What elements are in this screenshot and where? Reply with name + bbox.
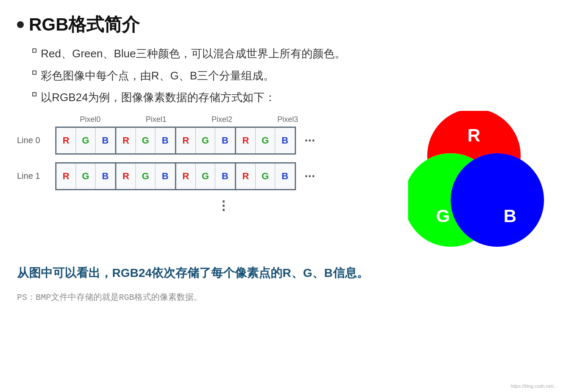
sub-text-1: Red、Green、Blue三种颜色，可以混合成世界上所有的颜色。: [41, 45, 346, 63]
cell-r-0-1: R: [116, 128, 136, 153]
cell-b-0-3: B: [275, 128, 295, 153]
pixel-group-1-0: R G B: [56, 164, 116, 189]
cell-r-1-1: R: [116, 164, 136, 189]
cell-r-0-2: R: [176, 128, 196, 153]
cell-r-1-0: R: [56, 164, 76, 189]
cell-b-1-0: B: [96, 164, 115, 189]
title-bullet: [17, 21, 24, 28]
sub-item-3: 以RGB24为例，图像像素数据的存储方式如下：: [32, 89, 544, 107]
cell-r-0-0: R: [56, 128, 76, 153]
ellipsis-1: ···: [304, 169, 315, 183]
line-row-1: Line 1 R G B R G B R G B R: [17, 162, 391, 190]
pixel-group-container-1: R G B R G B R G B R G B: [55, 162, 296, 190]
sub-items-list: Red、Green、Blue三种颜色，可以混合成世界上所有的颜色。 彩色图像中每…: [32, 45, 544, 107]
pixel-label-1: Pixel1: [123, 115, 189, 124]
pixel-group-0-1: R G B: [116, 128, 176, 153]
cell-b-1-2: B: [215, 164, 235, 189]
ps-note: PS：BMP文件中存储的就是RGB格式的像素数据。: [17, 291, 544, 303]
vertical-dots: ⋮: [55, 198, 391, 213]
pixel-group-1-1: R G B: [116, 164, 176, 189]
cell-r-0-3: R: [236, 128, 256, 153]
rgb-venn-svg: R G B: [408, 111, 544, 247]
sub-bullet-1: [32, 48, 37, 53]
cell-b-0-2: B: [215, 128, 235, 153]
line-label-0: Line 0: [17, 135, 55, 145]
cell-b-0-1: B: [155, 128, 175, 153]
main-title-row: RGB格式简介: [17, 13, 544, 37]
cell-g-1-0: G: [76, 164, 96, 189]
pixel-label-0: Pixel0: [57, 115, 123, 124]
sub-item-1: Red、Green、Blue三种颜色，可以混合成世界上所有的颜色。: [32, 45, 544, 63]
ellipsis-0: ···: [304, 133, 315, 148]
pixel-diagram-section: Pixel0 Pixel1 Pixel2 Pixel3 Line 0 R G B…: [17, 115, 391, 213]
cell-g-0-1: G: [136, 128, 155, 153]
pixel-group-1-3: R G B: [236, 164, 295, 189]
line-row-0: Line 0 R G B R G B R G B R: [17, 127, 391, 155]
pixel-group-1-2: R G B: [176, 164, 236, 189]
sub-bullet-2: [32, 71, 37, 75]
r-label: R: [468, 125, 480, 145]
pixel-group-container-0: R G B R G B R G B R G B: [55, 127, 296, 155]
pixel-label-3: Pixel3: [255, 115, 321, 124]
cell-b-1-3: B: [275, 164, 295, 189]
page-title: RGB格式简介: [29, 13, 140, 37]
b-label: B: [504, 206, 516, 226]
line-label-1: Line 1: [17, 171, 55, 181]
svg-point-5: [451, 153, 544, 247]
cell-g-1-2: G: [196, 164, 215, 189]
sub-text-2: 彩色图像中每个点，由R、G、B三个分量组成。: [41, 67, 274, 85]
sub-item-2: 彩色图像中每个点，由R、G、B三个分量组成。: [32, 67, 544, 85]
sub-bullet-3: [32, 92, 37, 96]
pixel-group-0-0: R G B: [56, 128, 116, 153]
pixel-labels-row: Pixel0 Pixel1 Pixel2 Pixel3: [57, 115, 391, 124]
pixel-group-0-3: R G B: [236, 128, 295, 153]
cell-g-1-3: G: [256, 164, 275, 189]
pixel-label-2: Pixel2: [189, 115, 255, 124]
rgb-circle-diagram: R G B: [408, 111, 544, 247]
cell-g-0-2: G: [196, 128, 215, 153]
cell-g-0-3: G: [256, 128, 275, 153]
cell-r-1-3: R: [236, 164, 256, 189]
cell-g-0-0: G: [76, 128, 96, 153]
cell-b-0-0: B: [96, 128, 115, 153]
content-area: Pixel0 Pixel1 Pixel2 Pixel3 Line 0 R G B…: [17, 115, 544, 247]
pixel-group-0-2: R G B: [176, 128, 236, 153]
cell-b-1-1: B: [155, 164, 175, 189]
summary-text: 从图中可以看出，RGB24依次存储了每个像素点的R、G、B信息。: [17, 264, 544, 283]
cell-r-1-2: R: [176, 164, 196, 189]
g-label: G: [436, 206, 450, 226]
sub-text-3: 以RGB24为例，图像像素数据的存储方式如下：: [41, 89, 276, 107]
cell-g-1-1: G: [136, 164, 155, 189]
watermark: https://blog.csdn.net/...: [510, 384, 558, 389]
